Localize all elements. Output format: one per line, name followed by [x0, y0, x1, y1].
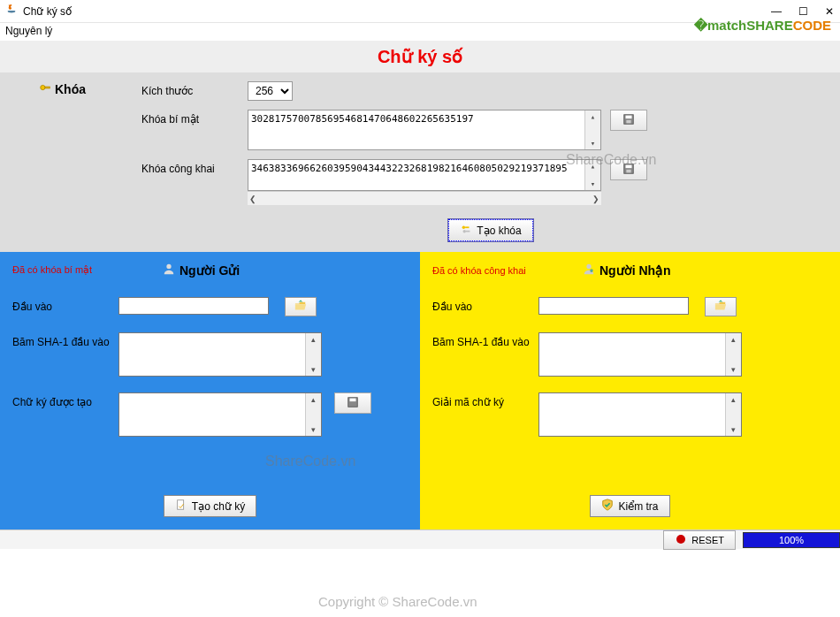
scrollbar-vertical[interactable]: ▴▾ [584, 110, 600, 149]
folder-open-icon [714, 300, 727, 315]
svg-rect-14 [350, 398, 356, 401]
header: Chữ ký số [0, 41, 840, 72]
save-public-key-button[interactable] [610, 159, 647, 180]
keys-icon [460, 223, 472, 238]
key-section-label: Khóa [55, 82, 86, 96]
public-key-label: Khóa công khai [141, 159, 248, 175]
public-key-textarea[interactable]: 3463833696626039590434432232681982164608… [248, 159, 601, 191]
scrollbar-horizontal[interactable]: ❮❯ [248, 191, 601, 205]
sender-title: Người Gửi [179, 263, 240, 278]
svg-point-8 [462, 226, 466, 230]
sender-sha-textarea[interactable]: ▴▾ [118, 332, 322, 377]
page-title: Chữ ký số [378, 46, 462, 67]
create-signature-button[interactable]: Tạo chữ ký [164, 495, 256, 517]
svg-point-16 [586, 264, 591, 269]
receiver-dec-label: Giải mã chữ ký [432, 392, 538, 408]
receiver-input-field[interactable] [538, 297, 689, 315]
statusbar: RESET 100% [0, 529, 840, 549]
receiver-panel: Đã có khóa công khai Người Nhận Đầu vào … [420, 252, 840, 529]
key-size-select[interactable]: 256 [248, 81, 293, 101]
svg-rect-4 [626, 119, 630, 123]
svg-rect-7 [626, 169, 630, 172]
save-signature-button[interactable] [334, 392, 371, 414]
receiver-dec-textarea[interactable]: ▴▾ [538, 392, 742, 437]
panels: Đã có khóa bí mật Người Gửi Đầu vào Băm … [0, 252, 840, 529]
svg-point-10 [463, 230, 467, 233]
scrollbar-vertical[interactable]: ▴▾ [725, 333, 741, 376]
scrollbar-vertical[interactable]: ▴▾ [584, 160, 600, 190]
key-icon [39, 81, 51, 96]
sender-sig-textarea[interactable]: ▴▾ [118, 392, 322, 437]
sharecode-logo: �matchSHARECODE [694, 18, 831, 34]
svg-rect-3 [626, 115, 632, 118]
sender-sig-label: Chữ ký được tạo [12, 392, 118, 408]
scrollbar-vertical[interactable]: ▴▾ [305, 393, 321, 436]
size-label: Kích thước [141, 81, 248, 97]
sender-status: Đã có khóa bí mật [12, 264, 163, 276]
menu-nguyen-ly[interactable]: Nguyên lý [5, 25, 52, 37]
folder-open-icon [294, 300, 307, 315]
person-icon [163, 263, 175, 278]
key-section: Khóa Kích thước 256 Khóa bí mật 30281757… [0, 72, 840, 252]
svg-rect-1 [45, 87, 50, 88]
generate-key-button[interactable]: Tạo khóa [448, 219, 532, 241]
person-shield-icon [583, 263, 595, 278]
sender-input-field[interactable] [118, 297, 269, 315]
receiver-sha-textarea[interactable]: ▴▾ [538, 332, 742, 377]
progress-bar: 100% [743, 532, 840, 548]
receiver-status: Đã có khóa công khai [432, 265, 583, 276]
copyright-watermark: Copyright © ShareCode.vn [318, 594, 477, 609]
floppy-icon [622, 163, 635, 178]
reset-button[interactable]: RESET [663, 530, 736, 550]
scrollbar-vertical[interactable]: ▴▾ [725, 393, 741, 436]
scrollbar-vertical[interactable]: ▴▾ [305, 333, 321, 376]
verify-button[interactable]: Kiểm tra [590, 495, 669, 517]
sender-panel: Đã có khóa bí mật Người Gửi Đầu vào Băm … [0, 252, 420, 529]
maximize-button[interactable]: ☐ [798, 6, 808, 17]
private-key-label: Khóa bí mật [141, 110, 248, 126]
svg-point-0 [41, 85, 45, 89]
floppy-icon [347, 396, 359, 411]
save-private-key-button[interactable] [610, 110, 647, 131]
receiver-sha-label: Băm SHA-1 đầu vào [432, 332, 538, 348]
close-button[interactable]: ✕ [824, 6, 835, 17]
svg-rect-9 [465, 226, 469, 228]
receiver-input-label: Đầu vào [432, 297, 538, 313]
svg-rect-6 [626, 164, 632, 168]
svg-point-17 [676, 535, 685, 544]
private-key-textarea[interactable]: 30281757007856954681470648602265635197 ▴… [248, 110, 601, 150]
red-dot-icon [675, 533, 687, 547]
window-title: Chữ ký số [23, 5, 72, 18]
floppy-icon [622, 113, 635, 128]
receiver-title: Người Nhận [599, 263, 671, 278]
minimize-button[interactable]: — [771, 6, 782, 17]
receiver-open-file-button[interactable] [705, 297, 737, 316]
sender-open-file-button[interactable] [285, 297, 317, 316]
java-icon [5, 4, 18, 19]
sender-sha-label: Băm SHA-1 đầu vào [12, 332, 118, 348]
sender-input-label: Đầu vào [12, 297, 118, 313]
svg-rect-11 [466, 231, 470, 232]
sign-icon [175, 499, 187, 514]
svg-point-12 [166, 264, 171, 269]
shield-check-icon [601, 499, 614, 514]
